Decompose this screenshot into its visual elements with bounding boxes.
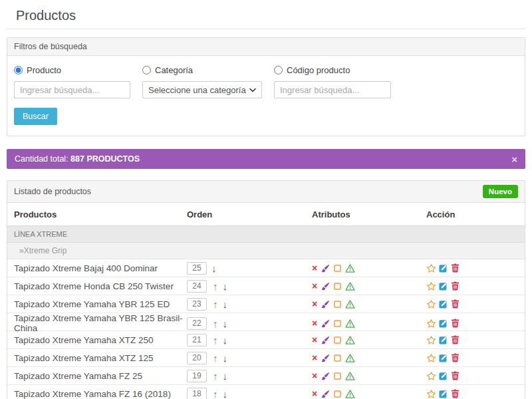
remove-attribute-icon[interactable]: × [312,371,317,380]
move-up-button[interactable]: ↑ [213,299,218,309]
move-up-button[interactable]: ↑ [213,319,218,329]
trash-icon[interactable] [451,371,460,380]
order-input[interactable]: 18 [187,388,207,399]
move-up-button[interactable]: ↑ [213,353,218,363]
trash-icon[interactable] [451,319,460,328]
edit-icon[interactable] [439,319,448,328]
remove-attribute-icon[interactable]: × [312,299,317,309]
warning-triangle-icon[interactable] [345,264,355,273]
star-icon[interactable] [426,319,436,329]
star-icon[interactable] [426,335,436,345]
close-icon[interactable]: × [511,154,517,165]
paint-brush-icon[interactable] [321,319,330,328]
filters-panel-body: Producto Categoría Seleccione una catego… [7,56,525,136]
move-down-button[interactable]: ↓ [223,299,228,309]
paint-brush-icon[interactable] [321,282,330,291]
paint-brush-icon[interactable] [321,300,330,309]
remove-attribute-icon[interactable]: × [312,281,317,291]
edit-icon[interactable] [439,389,448,398]
code-search-input[interactable] [274,81,391,98]
filter-option-categoria[interactable]: Categoría [142,65,262,75]
remove-attribute-icon[interactable]: × [312,353,317,362]
move-up-button[interactable]: ↑ [213,335,218,345]
move-down-button[interactable]: ↓ [223,319,228,329]
warning-triangle-icon[interactable] [345,300,355,309]
edit-icon[interactable] [439,353,448,362]
edit-icon[interactable] [439,281,448,291]
edit-icon[interactable] [439,371,448,380]
star-icon[interactable] [426,281,436,291]
star-icon[interactable] [426,371,436,381]
square-attribute-icon[interactable] [334,265,341,272]
paint-brush-icon[interactable] [321,336,330,344]
move-up-button[interactable]: ↑ [213,371,218,381]
order-input[interactable]: 24 [187,280,207,293]
order-input[interactable]: 20 [187,352,207,364]
filter-option-producto[interactable]: Producto [14,65,130,75]
warning-triangle-icon[interactable] [345,336,355,344]
product-name: Tapizado Xtreme Yamaha YBR 125 ED [7,299,187,309]
subgroup-row[interactable]: »Xtreme Grip [7,243,525,259]
remove-attribute-icon[interactable]: × [312,319,317,328]
codigo-radio[interactable] [274,66,283,74]
square-attribute-icon[interactable] [334,372,341,380]
move-down-button[interactable]: ↓ [223,371,228,381]
categoria-radio[interactable] [142,66,151,74]
category-select-value: Seleccione una categoría [148,85,246,95]
trash-icon[interactable] [451,353,460,362]
product-search-input[interactable] [14,81,130,98]
edit-icon[interactable] [439,299,448,309]
new-product-button[interactable]: Nuevo [483,185,518,198]
page-container: Productos Filtros de búsqueda Producto C… [0,0,532,399]
star-icon[interactable] [426,353,436,363]
edit-icon[interactable] [439,335,448,344]
order-input[interactable]: 25 [187,262,207,275]
order-input[interactable]: 19 [187,370,207,382]
star-icon[interactable] [426,263,436,273]
move-down-button[interactable]: ↓ [223,353,228,363]
trash-icon[interactable] [451,389,460,398]
square-attribute-icon[interactable] [334,336,341,344]
table-row: Tapizado Xtreme Honda CB 250 Twister 24 … [7,277,525,295]
filter-option-codigo[interactable]: Código producto [274,65,391,75]
remove-attribute-icon[interactable]: × [312,263,317,273]
star-icon[interactable] [426,389,436,399]
category-select[interactable]: Seleccione una categoría [142,81,262,98]
order-input[interactable]: 21 [187,334,207,346]
square-attribute-icon[interactable] [334,390,341,398]
remove-attribute-icon[interactable]: × [312,389,317,398]
star-icon[interactable] [426,299,436,309]
move-up-button[interactable]: ↑ [213,281,218,291]
filter-product-column: Producto [14,65,130,98]
paint-brush-icon[interactable] [321,354,330,362]
paint-brush-icon[interactable] [321,264,330,273]
search-button[interactable]: Buscar [14,108,57,125]
paint-brush-icon[interactable] [321,390,330,398]
warning-triangle-icon[interactable] [345,372,355,380]
paint-brush-icon[interactable] [321,372,330,380]
square-attribute-icon[interactable] [334,283,341,290]
order-cell: 24 ↑ ↓ [187,280,312,293]
trash-icon[interactable] [451,335,460,344]
remove-attribute-icon[interactable]: × [312,335,317,344]
warning-triangle-icon[interactable] [345,282,355,291]
move-down-button[interactable]: ↓ [223,281,228,291]
square-attribute-icon[interactable] [334,301,341,308]
move-up-button[interactable]: ↑ [213,389,218,399]
warning-triangle-icon[interactable] [345,354,355,362]
move-down-button[interactable]: ↓ [223,389,228,399]
producto-radio[interactable] [14,66,23,74]
order-input[interactable]: 22 [187,317,207,330]
move-down-button[interactable]: ↓ [211,263,217,273]
move-down-button[interactable]: ↓ [223,335,228,345]
order-input[interactable]: 23 [187,298,207,311]
warning-triangle-icon[interactable] [345,390,355,398]
square-attribute-icon[interactable] [334,320,341,327]
trash-icon[interactable] [451,299,460,309]
edit-icon[interactable] [439,263,448,273]
trash-icon[interactable] [451,263,460,273]
products-panel: Listado de productos Nuevo Productos Ord… [7,180,525,399]
trash-icon[interactable] [451,281,460,291]
square-attribute-icon[interactable] [334,354,341,362]
warning-triangle-icon[interactable] [345,319,355,328]
